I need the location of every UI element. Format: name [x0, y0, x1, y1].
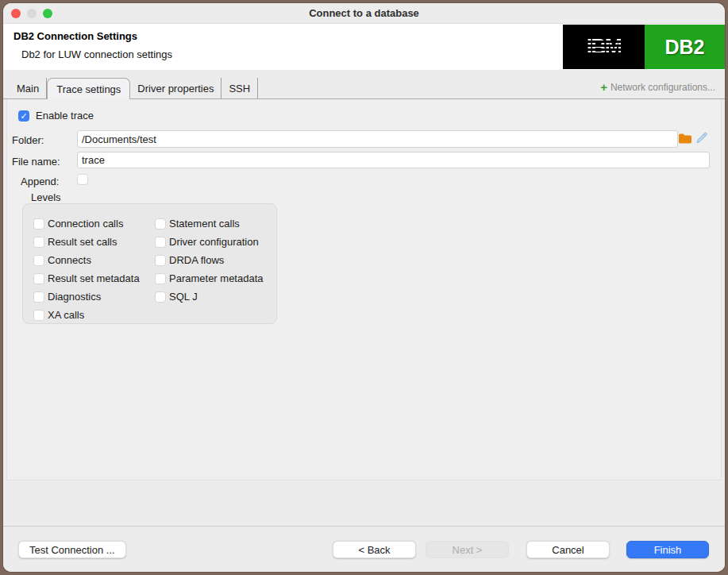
next-button: Next > — [426, 541, 509, 558]
result-set-calls-checkbox[interactable] — [33, 237, 44, 248]
zoom-window-icon[interactable] — [43, 9, 52, 18]
enable-trace-label: Enable trace — [36, 110, 94, 122]
level-statement-calls: Statement calls — [155, 214, 264, 233]
page-subtitle: Db2 for LUW connection settings — [21, 48, 172, 60]
xa-calls-checkbox[interactable] — [33, 310, 44, 321]
tabs: Main Trace settings Driver properties SS… — [10, 78, 258, 98]
parameter-metadata-checkbox[interactable] — [155, 273, 166, 284]
test-connection-button[interactable]: Test Connection ... — [18, 541, 126, 558]
levels-column-2: Statement calls Driver configuration DRD… — [155, 214, 264, 306]
level-xa-calls: XA calls — [33, 306, 140, 324]
finish-button[interactable]: Finish — [626, 541, 709, 558]
ibm-logo-icon: IBM — [563, 25, 645, 69]
title-bar: Connect to a database — [3, 3, 725, 24]
level-parameter-metadata: Parameter metadata — [155, 269, 264, 288]
network-configurations-label: Network configurations... — [611, 82, 715, 93]
enable-trace-row: Enable trace — [18, 110, 94, 122]
network-configurations-link[interactable]: + Network configurations... — [600, 81, 715, 93]
pencil-icon[interactable] — [695, 131, 708, 145]
trace-settings-panel: Enable trace Folder: File name: Append: … — [6, 99, 722, 480]
tab-main[interactable]: Main — [10, 78, 47, 98]
window-title: Connect to a database — [309, 7, 419, 19]
dialog-footer: Test Connection ... < Back Next > Cancel… — [3, 526, 725, 572]
back-button[interactable]: < Back — [333, 541, 416, 558]
statement-calls-checkbox[interactable] — [155, 218, 166, 230]
dialog-header: DB2 Connection Settings Db2 for LUW conn… — [3, 24, 725, 70]
append-label: Append: — [21, 176, 59, 187]
tab-bar: Main Trace settings Driver properties SS… — [3, 70, 725, 99]
connects-checkbox[interactable] — [33, 255, 44, 266]
file-name-label: File name: — [12, 156, 60, 168]
result-set-metadata-checkbox[interactable] — [33, 273, 44, 284]
append-checkbox[interactable] — [77, 174, 88, 185]
traffic-lights — [11, 9, 52, 18]
diagnostics-checkbox[interactable] — [33, 291, 44, 303]
minimize-window-icon — [27, 9, 37, 18]
level-drda-flows: DRDA flows — [155, 251, 264, 269]
level-connects: Connects — [33, 251, 140, 269]
folder-icon[interactable] — [678, 133, 692, 145]
tab-ssh[interactable]: SSH — [221, 78, 258, 98]
drda-flows-checkbox[interactable] — [155, 255, 166, 266]
tab-trace-settings[interactable]: Trace settings — [47, 78, 130, 99]
level-driver-configuration: Driver configuration — [155, 233, 264, 251]
db2-logo-icon: DB2 — [645, 25, 725, 69]
levels-group-label: Levels — [31, 191, 61, 203]
level-connection-calls: Connection calls — [33, 214, 140, 233]
level-diagnostics: Diagnostics — [33, 288, 140, 306]
levels-column-1: Connection calls Result set calls Connec… — [33, 214, 140, 324]
page-title: DB2 Connection Settings — [13, 30, 137, 42]
folder-label: Folder: — [12, 134, 44, 146]
level-sql-j: SQL J — [155, 288, 264, 306]
ibm-db2-logo: IBM DB2 — [563, 25, 725, 69]
level-result-set-calls: Result set calls — [33, 233, 140, 251]
tab-driver-properties[interactable]: Driver properties — [130, 78, 221, 98]
file-name-input[interactable] — [77, 152, 710, 168]
enable-trace-checkbox[interactable] — [18, 110, 29, 122]
folder-input[interactable] — [77, 130, 678, 148]
close-window-icon[interactable] — [11, 9, 21, 18]
driver-configuration-checkbox[interactable] — [155, 237, 166, 248]
cancel-button[interactable]: Cancel — [526, 541, 610, 558]
plus-icon: + — [600, 81, 607, 93]
sql-j-checkbox[interactable] — [155, 291, 166, 303]
level-result-set-metadata: Result set metadata — [33, 269, 140, 288]
connection-calls-checkbox[interactable] — [33, 218, 44, 230]
levels-group: Connection calls Result set calls Connec… — [22, 203, 277, 324]
connect-database-dialog: Connect to a database DB2 Connection Set… — [3, 3, 725, 572]
